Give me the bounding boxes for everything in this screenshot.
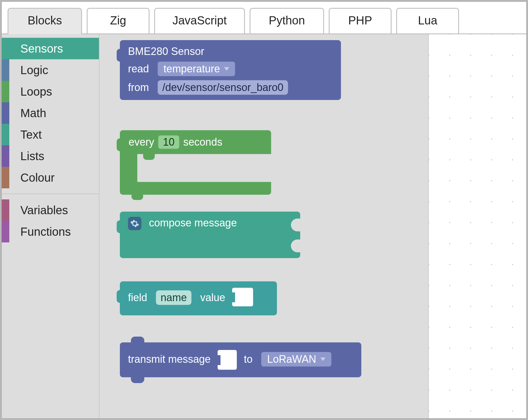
category-lists[interactable]: Lists [2,145,99,167]
loop-bottom [120,182,271,195]
tab-php[interactable]: PHP [329,8,392,33]
dropdown-read-type[interactable]: temperature [158,62,235,76]
category-loops[interactable]: Loops [2,81,99,102]
category-label: Math [20,107,46,120]
chevron-down-icon [320,358,326,361]
value-slot[interactable] [232,288,253,306]
label-transmit: transmit message [128,353,211,365]
tab-bar: Blocks Zig JavaScript Python PHP Lua [2,2,526,34]
category-label: Logic [20,64,48,77]
category-sensors[interactable]: Sensors [2,38,99,59]
swatch-icon [2,38,9,59]
tab-lua[interactable]: Lua [396,8,459,33]
loop-arm [120,154,137,182]
block-title: BME280 Sensor [128,45,333,58]
category-label: Text [20,128,42,141]
swatch-icon [2,199,9,221]
input-interval[interactable]: 10 [158,135,179,149]
category-label: Loops [20,85,52,98]
label-to: to [244,353,253,365]
category-variables[interactable]: Variables [2,199,99,221]
block-every-seconds[interactable]: every 10 seconds [120,130,271,195]
label-value: value [200,292,225,303]
category-sidebar: Sensors Logic Loops Math Text Lists [2,34,99,418]
tab-blocks[interactable]: Blocks [8,8,82,33]
category-text[interactable]: Text [2,124,99,145]
category-separator [2,194,99,194]
swatch-icon [2,124,9,145]
label-from: from [128,81,149,93]
interval-value: 10 [163,136,175,148]
category-logic[interactable]: Logic [2,59,99,81]
block-bme280-sensor[interactable]: BME280 Sensor read temperature from /dev… [120,40,341,100]
swatch-icon [2,221,9,242]
tab-python[interactable]: Python [250,8,324,33]
app-frame: Blocks Zig JavaScript Python PHP Lua Sen… [1,1,527,419]
block-field[interactable]: field name value [120,281,277,315]
chevron-down-icon [224,67,229,71]
block-compose-message[interactable]: compose message [120,212,300,258]
category-label: Sensors [20,42,63,55]
label-seconds: seconds [183,136,222,148]
swatch-icon [2,102,9,124]
message-slot[interactable] [218,350,237,370]
dropdown-value: LoRaWAN [267,353,316,365]
swatch-icon [2,81,9,102]
dropdown-transport[interactable]: LoRaWAN [261,352,331,367]
label-compose: compose message [149,217,237,229]
label-read: read [128,63,149,75]
main-area: Sensors Logic Loops Math Text Lists [2,34,526,418]
output-connector[interactable] [291,219,301,231]
category-math[interactable]: Math [2,102,99,124]
label-every: every [129,136,154,148]
category-colour[interactable]: Colour [2,167,99,188]
input-device-path[interactable]: /dev/sensor/sensor_baro0 [158,80,288,95]
output-connector[interactable] [291,240,301,252]
input-field-name[interactable]: name [156,290,191,305]
category-label: Lists [20,150,44,163]
swatch-icon [2,167,9,188]
label-field: field [128,292,147,303]
tab-zig[interactable]: Zig [87,8,150,33]
block-flyout[interactable]: BME280 Sensor read temperature from /dev… [99,34,429,418]
swatch-icon [2,59,9,81]
dropdown-value: temperature [163,63,220,75]
tab-javascript[interactable]: JavaScript [154,8,245,33]
workspace-canvas[interactable] [429,34,526,418]
swatch-icon [2,145,9,167]
category-label: Colour [20,171,55,184]
loop-mouth[interactable] [137,154,271,182]
category-label: Variables [20,204,68,217]
category-label: Functions [20,225,71,238]
block-transmit-message[interactable]: transmit message to LoRaWAN [120,342,361,377]
category-functions[interactable]: Functions [2,221,99,242]
gear-icon[interactable] [128,217,141,230]
